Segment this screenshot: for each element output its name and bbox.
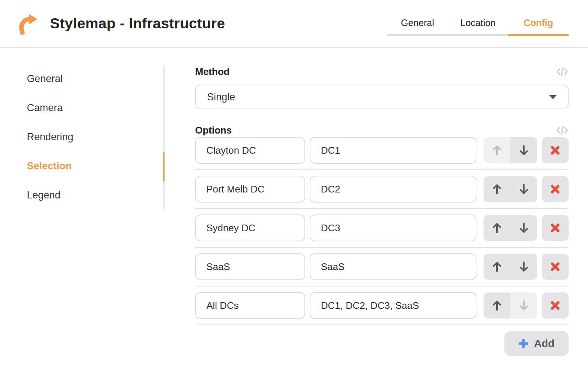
method-select[interactable]: Single <box>195 85 569 109</box>
delete-option-button[interactable] <box>542 176 569 202</box>
reorder-group <box>484 215 537 241</box>
row-divider <box>195 247 569 248</box>
option-name-input[interactable] <box>195 176 305 203</box>
option-row <box>195 292 569 319</box>
method-select-value: Single <box>207 91 235 103</box>
sidebar: General Camera Rendering Selection Legen… <box>27 64 154 210</box>
arrow-down-icon <box>519 222 529 234</box>
options-header: Options <box>195 123 569 137</box>
reorder-group <box>484 254 537 280</box>
move-up-button[interactable] <box>484 176 510 202</box>
arrow-down-icon <box>519 300 529 311</box>
code-icon <box>556 125 568 135</box>
reorder-group <box>484 137 537 163</box>
plus-icon <box>519 339 528 348</box>
sidebar-item-rendering[interactable]: Rendering <box>27 122 154 151</box>
x-icon <box>550 262 560 272</box>
arrow-down-icon <box>519 144 529 156</box>
arrow-up-icon <box>492 183 502 195</box>
option-row <box>195 214 569 241</box>
share-arrow-icon <box>16 12 40 35</box>
sidebar-active-indicator <box>163 152 165 181</box>
tab-bar: General Location Config <box>387 0 569 38</box>
option-row <box>195 176 569 203</box>
option-value-input[interactable] <box>310 176 476 203</box>
x-icon <box>550 223 560 233</box>
delete-option-button[interactable] <box>542 137 569 163</box>
move-down-button[interactable] <box>510 254 537 280</box>
sidebar-item-camera[interactable]: Camera <box>27 93 154 122</box>
reorder-group <box>484 176 537 202</box>
move-down-button <box>510 292 537 319</box>
x-icon <box>550 301 560 310</box>
arrow-up-icon <box>492 300 502 311</box>
tab-general[interactable]: General <box>387 0 448 36</box>
option-value-input[interactable] <box>310 137 476 164</box>
delete-option-button[interactable] <box>542 215 569 241</box>
method-header: Method <box>195 65 569 78</box>
add-option-button[interactable]: Add <box>504 331 569 356</box>
option-value-input[interactable] <box>310 214 476 241</box>
delete-option-button[interactable] <box>542 292 569 319</box>
add-button-label: Add <box>534 338 554 350</box>
option-name-input[interactable] <box>195 214 305 241</box>
method-code-button[interactable] <box>556 66 569 78</box>
x-icon <box>550 184 560 194</box>
option-value-input[interactable] <box>310 292 476 319</box>
row-divider <box>195 286 569 286</box>
config-panel: Method Single Options <box>195 65 569 356</box>
arrow-up-icon <box>492 261 502 273</box>
move-down-button[interactable] <box>510 176 537 202</box>
move-down-button[interactable] <box>510 215 537 241</box>
delete-option-button[interactable] <box>542 254 569 280</box>
tab-config[interactable]: Config <box>508 0 569 36</box>
move-up-button[interactable] <box>484 254 510 280</box>
move-down-button[interactable] <box>510 137 537 163</box>
method-label: Method <box>195 66 229 78</box>
option-name-input[interactable] <box>195 137 305 164</box>
arrow-down-icon <box>519 261 529 273</box>
sidebar-scroll-track[interactable] <box>163 65 165 209</box>
row-divider <box>195 169 569 170</box>
tab-location[interactable]: Location <box>448 0 508 36</box>
x-icon <box>550 145 560 155</box>
option-row <box>195 253 569 280</box>
row-divider <box>195 325 569 325</box>
option-value-input[interactable] <box>310 253 476 280</box>
options-code-button[interactable] <box>556 124 569 136</box>
arrow-down-icon <box>519 183 529 195</box>
page: Stylemap - Infrastructure General Locati… <box>0 0 588 376</box>
move-up-button <box>484 137 510 163</box>
move-up-button[interactable] <box>484 292 510 319</box>
sidebar-item-legend[interactable]: Legend <box>27 181 154 210</box>
arrow-up-icon <box>492 222 502 234</box>
page-title: Stylemap - Infrastructure <box>50 15 225 32</box>
code-icon <box>556 66 568 77</box>
move-up-button[interactable] <box>484 215 510 241</box>
options-label: Options <box>195 125 232 136</box>
add-row: Add <box>195 331 569 356</box>
arrow-up-icon <box>492 144 502 156</box>
sidebar-item-selection[interactable]: Selection <box>27 151 154 181</box>
row-divider <box>195 208 569 209</box>
caret-down-icon <box>549 95 557 99</box>
option-name-input[interactable] <box>195 292 305 319</box>
option-name-input[interactable] <box>195 253 305 280</box>
sidebar-item-general[interactable]: General <box>27 64 154 93</box>
reorder-group <box>484 292 537 319</box>
option-row <box>195 137 569 164</box>
